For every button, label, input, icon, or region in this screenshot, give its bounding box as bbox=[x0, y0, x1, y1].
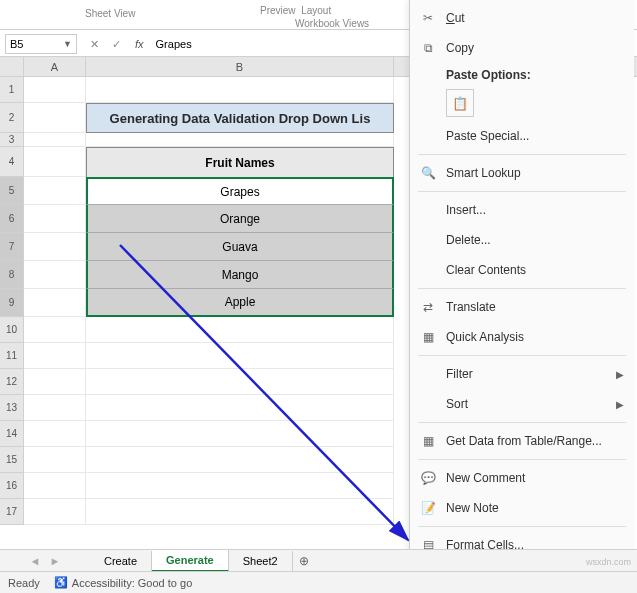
menu-copy[interactable]: ⧉Copy bbox=[410, 33, 634, 63]
table-row[interactable]: Guava bbox=[86, 233, 394, 261]
table-row[interactable]: Grapes bbox=[86, 177, 394, 205]
comment-icon: 💬 bbox=[420, 470, 436, 486]
menu-new-comment[interactable]: 💬New Comment bbox=[410, 463, 634, 493]
menu-label: Filter bbox=[446, 367, 473, 381]
copy-icon: ⧉ bbox=[420, 40, 436, 56]
tab-create[interactable]: Create bbox=[90, 551, 152, 571]
menu-label: Copy bbox=[446, 41, 474, 55]
separator bbox=[418, 154, 626, 155]
menu-label: Insert... bbox=[446, 203, 486, 217]
separator bbox=[418, 191, 626, 192]
column-header-a[interactable]: A bbox=[24, 57, 86, 76]
table-header[interactable]: Fruit Names bbox=[86, 147, 394, 177]
tab-sheet2[interactable]: Sheet2 bbox=[229, 551, 293, 571]
workbook-views-label: Workbook Views bbox=[295, 18, 369, 29]
sheet-view-label: Sheet View bbox=[85, 8, 135, 19]
row-header[interactable]: 9 bbox=[0, 289, 24, 317]
status-ready: Ready bbox=[8, 577, 40, 589]
menu-get-data[interactable]: ▦Get Data from Table/Range... bbox=[410, 426, 634, 456]
status-bar: Ready ♿Accessibility: Good to go bbox=[0, 571, 637, 593]
row-header[interactable]: 16 bbox=[0, 473, 24, 499]
menu-label: Get Data from Table/Range... bbox=[446, 434, 602, 448]
menu-sort[interactable]: Sort▶ bbox=[410, 389, 634, 419]
translate-icon: ⇄ bbox=[420, 299, 436, 315]
table-row[interactable]: Orange bbox=[86, 205, 394, 233]
sheet-tabs: ◄ ► Create Generate Sheet2 ⊕ bbox=[0, 549, 637, 571]
tab-generate[interactable]: Generate bbox=[152, 550, 229, 572]
name-box[interactable]: B5 ▼ bbox=[5, 34, 77, 54]
paste-options-header: Paste Options: bbox=[410, 63, 634, 87]
chevron-right-icon: ▶ bbox=[616, 399, 624, 410]
row-header[interactable]: 6 bbox=[0, 205, 24, 233]
paste-default-button[interactable]: 📋 bbox=[446, 89, 474, 117]
separator bbox=[418, 526, 626, 527]
search-icon: 🔍 bbox=[420, 165, 436, 181]
row-header[interactable]: 7 bbox=[0, 233, 24, 261]
row-header[interactable]: 17 bbox=[0, 499, 24, 525]
chevron-right-icon: ▶ bbox=[616, 369, 624, 380]
context-menu: ✂Cut ⧉Copy Paste Options: 📋 Paste Specia… bbox=[409, 0, 634, 593]
title-cell[interactable]: Generating Data Validation Drop Down Lis bbox=[86, 103, 394, 133]
menu-cut[interactable]: ✂Cut bbox=[410, 3, 634, 33]
row-header[interactable]: 5 bbox=[0, 177, 24, 205]
menu-quick-analysis[interactable]: ▦Quick Analysis bbox=[410, 322, 634, 352]
new-sheet-button[interactable]: ⊕ bbox=[293, 554, 315, 568]
table-icon: ▦ bbox=[420, 433, 436, 449]
menu-label: New Note bbox=[446, 501, 499, 515]
menu-insert[interactable]: Insert... bbox=[410, 195, 634, 225]
accessibility-status[interactable]: ♿Accessibility: Good to go bbox=[54, 576, 192, 589]
tab-nav-arrows[interactable]: ◄ ► bbox=[0, 555, 90, 567]
clipboard-icon: 📋 bbox=[452, 96, 468, 111]
menu-label: Paste Special... bbox=[446, 129, 529, 143]
note-icon: 📝 bbox=[420, 500, 436, 516]
menu-label: Sort bbox=[446, 397, 468, 411]
menu-label: Smart Lookup bbox=[446, 166, 521, 180]
row-header[interactable]: 3 bbox=[0, 133, 24, 147]
row-header[interactable]: 8 bbox=[0, 261, 24, 289]
table-row[interactable]: Apple bbox=[86, 289, 394, 317]
menu-label: Quick Analysis bbox=[446, 330, 524, 344]
table-row[interactable]: Mango bbox=[86, 261, 394, 289]
row-header[interactable]: 14 bbox=[0, 421, 24, 447]
row-header[interactable]: 13 bbox=[0, 395, 24, 421]
menu-new-note[interactable]: 📝New Note bbox=[410, 493, 634, 523]
column-header-b[interactable]: B bbox=[86, 57, 394, 76]
ribbon-preview: Preview Layout bbox=[260, 5, 331, 16]
row-header[interactable]: 2 bbox=[0, 103, 24, 133]
menu-label: Translate bbox=[446, 300, 496, 314]
enter-fx-icon[interactable]: ✓ bbox=[107, 35, 125, 53]
menu-filter[interactable]: Filter▶ bbox=[410, 359, 634, 389]
row-header[interactable]: 15 bbox=[0, 447, 24, 473]
fx-controls: ✕ ✓ fx bbox=[85, 35, 152, 53]
cancel-fx-icon[interactable]: ✕ bbox=[85, 35, 103, 53]
menu-delete[interactable]: Delete... bbox=[410, 225, 634, 255]
menu-label: New Comment bbox=[446, 471, 525, 485]
row-header[interactable]: 4 bbox=[0, 147, 24, 177]
separator bbox=[418, 422, 626, 423]
row-header[interactable]: 1 bbox=[0, 77, 24, 103]
analysis-icon: ▦ bbox=[420, 329, 436, 345]
row-header[interactable]: 12 bbox=[0, 369, 24, 395]
select-all-triangle[interactable] bbox=[0, 57, 24, 76]
fx-icon[interactable]: fx bbox=[135, 38, 144, 50]
row-header[interactable]: 10 bbox=[0, 317, 24, 343]
menu-label: Clear Contents bbox=[446, 263, 526, 277]
accessibility-icon: ♿ bbox=[54, 576, 68, 589]
watermark: wsxdn.com bbox=[586, 557, 631, 567]
menu-smart-lookup[interactable]: 🔍Smart Lookup bbox=[410, 158, 634, 188]
separator bbox=[418, 288, 626, 289]
chevron-down-icon[interactable]: ▼ bbox=[63, 39, 72, 49]
menu-translate[interactable]: ⇄Translate bbox=[410, 292, 634, 322]
name-box-value: B5 bbox=[10, 38, 23, 50]
separator bbox=[418, 355, 626, 356]
cut-icon: ✂ bbox=[420, 10, 436, 26]
row-header[interactable]: 11 bbox=[0, 343, 24, 369]
menu-paste-special[interactable]: Paste Special... bbox=[410, 121, 634, 151]
separator bbox=[418, 459, 626, 460]
menu-clear-contents[interactable]: Clear Contents bbox=[410, 255, 634, 285]
menu-label: Delete... bbox=[446, 233, 491, 247]
